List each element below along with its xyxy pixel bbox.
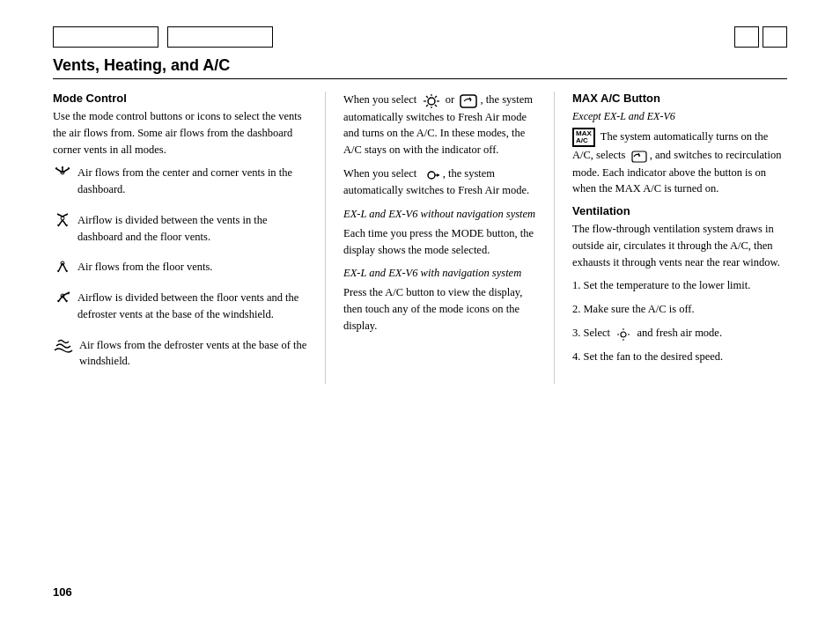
nav-box-small-2: [763, 26, 787, 48]
vent-item-floor: Air flows from the floor vents.: [53, 259, 307, 283]
max-ac-badge-icon: MAXA/C: [572, 128, 595, 147]
mode-control-heading: Mode Control: [53, 92, 307, 105]
right-column: MAX A/C Button Except EX-L and EX-V6 MAX…: [555, 92, 787, 384]
nav-box-2: [167, 26, 273, 48]
ventilation-text: The flow-through ventilation system draw…: [572, 221, 787, 270]
vent-list-item-4: 4. Set the fan to the desired speed.: [572, 349, 787, 365]
floor-defroster-vent-icon: [53, 290, 72, 305]
svg-point-42: [621, 332, 626, 337]
mode-para2: When you select , the system automatical…: [343, 165, 536, 199]
floor-vent-icon: [53, 260, 72, 274]
floor-vent-text: Air flows from the floor vents.: [77, 259, 212, 276]
nav-box-1: [53, 26, 158, 48]
svg-point-15: [61, 217, 64, 220]
floor-defroster-vent-text: Airflow is divided between the floor ven…: [77, 290, 307, 323]
svg-line-34: [435, 105, 437, 107]
left-column: Mode Control Use the mode control button…: [53, 92, 326, 384]
defroster-vent-text: Air flows from the defroster vents at th…: [79, 337, 307, 371]
vent-list-item-2: 2. Make sure the A/C is off.: [572, 301, 787, 318]
mode-control-intro: Use the mode control buttons or icons to…: [53, 108, 307, 158]
nav-box-small-1: [734, 26, 759, 48]
svg-line-0: [55, 168, 63, 173]
svg-line-11: [58, 220, 63, 226]
ex1-text: Each time you press the MODE button, the…: [343, 225, 536, 259]
vent-fresh-air-icon: [615, 326, 631, 342]
auto-mode-icon: [423, 166, 440, 183]
svg-line-35: [435, 96, 437, 98]
ex2-heading: EX-L and EX-V6 with navigation system: [343, 265, 536, 282]
defroster-vent-icon: [53, 338, 74, 356]
svg-point-28: [428, 98, 435, 105]
svg-rect-37: [461, 95, 476, 107]
svg-line-36: [426, 105, 428, 107]
max-ac-heading: MAX A/C Button: [572, 92, 787, 105]
header-nav: [53, 26, 787, 48]
max-ac-text: MAXA/C The system automatically turns on…: [572, 128, 787, 197]
title-rule: [53, 78, 787, 79]
svg-line-23: [63, 296, 67, 302]
svg-point-38: [428, 172, 435, 179]
svg-line-33: [426, 96, 428, 98]
page-title: Vents, Heating, and A/C: [53, 56, 787, 75]
ex1-heading: EX-L and EX-V6 without navigation system: [343, 206, 536, 223]
recirculate-mode-icon: [460, 92, 477, 109]
svg-line-21: [58, 296, 63, 302]
vent-list-item-3: 3. Select and fresh air mode.: [572, 325, 787, 342]
page-number: 106: [53, 585, 72, 599]
content-columns: Mode Control Use the mode control button…: [53, 92, 787, 384]
split-vent-icon: [53, 213, 72, 227]
nav-right: [734, 26, 787, 48]
center-vent-text: Air flows from the center and corner ven…: [77, 165, 307, 198]
vent-list-item-1: 1. Set the temperature to the lower limi…: [572, 277, 787, 294]
center-vent-icon: [53, 165, 72, 180]
page-container: Vents, Heating, and A/C Mode Control Use…: [0, 0, 840, 625]
middle-column: When you select or: [326, 92, 555, 384]
vent-item-center: Air flows from the center and corner ven…: [53, 165, 307, 205]
vent-item-split: Airflow is divided between the vents in …: [53, 212, 307, 253]
mode-para1: When you select or: [343, 92, 536, 158]
ventilation-heading: Ventilation: [572, 204, 787, 217]
split-vent-text: Airflow is divided between the vents in …: [77, 212, 307, 246]
svg-line-2: [63, 168, 70, 173]
max-ac-subheading: Except EX-L and EX-V6: [572, 108, 787, 124]
ex2-text: Press the A/C button to view the display…: [343, 284, 536, 334]
svg-marker-40: [437, 173, 439, 177]
nav-left: [53, 26, 273, 48]
svg-line-13: [63, 220, 67, 226]
fresh-air-mode-icon: [423, 92, 440, 109]
max-ac-recirculate-icon: [631, 148, 647, 165]
vent-item-floor-defroster: Airflow is divided between the floor ven…: [53, 290, 307, 330]
vent-item-defroster: Air flows from the defroster vents at th…: [53, 337, 307, 378]
